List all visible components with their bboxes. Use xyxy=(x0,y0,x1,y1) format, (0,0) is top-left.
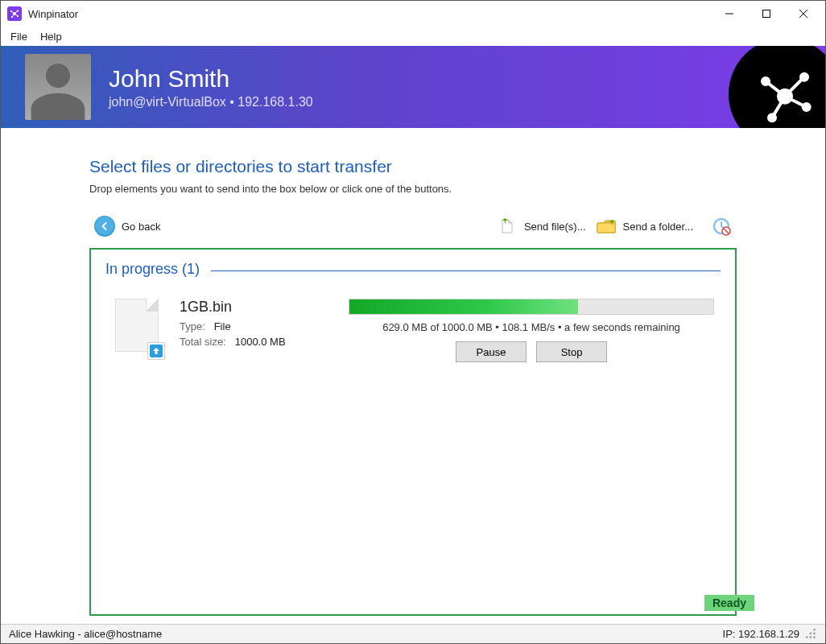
svg-point-8 xyxy=(11,16,13,18)
send-files-label: Send file(s)... xyxy=(524,221,586,233)
section-divider xyxy=(211,270,721,271)
send-folder-label: Send a folder... xyxy=(623,221,693,233)
user-subtitle: john@virt-VirtualBox • 192.168.1.30 xyxy=(109,95,313,109)
svg-rect-28 xyxy=(813,632,815,634)
file-type-value: File xyxy=(214,320,231,332)
progress-text: 629.0 MB of 1000.0 MB • 108.1 MB/s • a f… xyxy=(349,321,714,333)
close-button[interactable] xyxy=(785,1,822,27)
back-arrow-icon xyxy=(94,216,115,237)
svg-rect-10 xyxy=(763,10,770,18)
maximize-button[interactable] xyxy=(748,1,785,27)
pause-button[interactable]: Pause xyxy=(456,341,527,362)
status-badge: Ready xyxy=(704,595,754,611)
svg-rect-30 xyxy=(810,636,812,638)
section-header: In progress (1) xyxy=(105,261,721,278)
stop-button[interactable]: Stop xyxy=(536,341,607,362)
user-name: John Smith xyxy=(109,65,313,92)
avatar-icon xyxy=(25,54,91,120)
app-window: Winpinator File Help John Smith john@vir… xyxy=(0,0,826,644)
go-back-button[interactable]: Go back xyxy=(89,213,165,240)
toolbar: Go back Send file(s)... Send a folder... xyxy=(89,213,737,240)
progress-fill xyxy=(349,299,578,314)
file-meta: 1GB.bin Type: File Total size: 1000.0 MB xyxy=(180,299,332,351)
minimize-button[interactable] xyxy=(711,1,748,27)
progress-buttons: Pause Stop xyxy=(349,341,714,362)
window-title: Winpinator xyxy=(28,8,711,20)
svg-point-5 xyxy=(10,10,12,12)
content-area: Select files or directories to start tra… xyxy=(1,128,825,624)
app-logo-icon xyxy=(729,46,825,128)
file-thumb-icon xyxy=(115,299,163,358)
upload-arrow-icon xyxy=(150,345,163,357)
app-icon xyxy=(7,6,22,21)
history-icon xyxy=(711,216,732,237)
user-header: John Smith john@virt-VirtualBox • 192.16… xyxy=(1,46,825,128)
svg-point-7 xyxy=(17,15,19,17)
file-name: 1GB.bin xyxy=(180,299,332,316)
resize-grip-icon[interactable] xyxy=(806,629,817,640)
history-button[interactable] xyxy=(706,213,737,240)
status-bar: Alice Hawking - alice@hostname IP: 192.1… xyxy=(1,624,825,643)
svg-rect-27 xyxy=(810,632,812,634)
in-progress-title: In progress (1) xyxy=(105,261,200,278)
send-folder-button[interactable]: Send a folder... xyxy=(591,213,698,240)
transfer-row: 1GB.bin Type: File Total size: 1000.0 MB xyxy=(105,299,721,362)
folder-upload-icon xyxy=(596,216,617,237)
header-text: John Smith john@virt-VirtualBox • 192.16… xyxy=(109,65,313,109)
file-size-label: Total size: xyxy=(180,336,226,348)
title-bar: Winpinator xyxy=(1,1,825,27)
menu-bar: File Help xyxy=(1,27,825,46)
svg-rect-31 xyxy=(813,636,815,638)
send-files-button[interactable]: Send file(s)... xyxy=(492,213,591,240)
progress-bar xyxy=(349,299,714,315)
svg-rect-29 xyxy=(806,636,807,638)
svg-point-21 xyxy=(769,114,775,121)
drop-zone[interactable]: In progress (1) 1GB.bin Type: File xyxy=(89,248,737,616)
content-wrapper: Select files or directories to start tra… xyxy=(1,128,825,624)
statusbar-ip: IP: 192.168.1.29 xyxy=(723,628,799,640)
window-controls xyxy=(711,1,822,27)
progress-column: 629.0 MB of 1000.0 MB • 108.1 MB/s • a f… xyxy=(349,299,721,362)
file-size-value: 1000.0 MB xyxy=(235,336,286,348)
svg-rect-26 xyxy=(813,629,815,630)
svg-point-20 xyxy=(803,104,810,110)
svg-point-6 xyxy=(17,10,19,12)
page-title: Select files or directories to start tra… xyxy=(89,157,737,176)
page-description: Drop elements you want to send into the … xyxy=(89,183,737,195)
svg-point-19 xyxy=(801,74,807,80)
menu-file[interactable]: File xyxy=(4,29,34,44)
statusbar-identity: Alice Hawking - alice@hostname xyxy=(9,628,723,640)
file-upload-icon xyxy=(497,216,518,237)
go-back-label: Go back xyxy=(122,221,160,233)
file-type-label: Type: xyxy=(180,320,205,332)
svg-point-18 xyxy=(762,78,769,85)
menu-help[interactable]: Help xyxy=(34,29,68,44)
